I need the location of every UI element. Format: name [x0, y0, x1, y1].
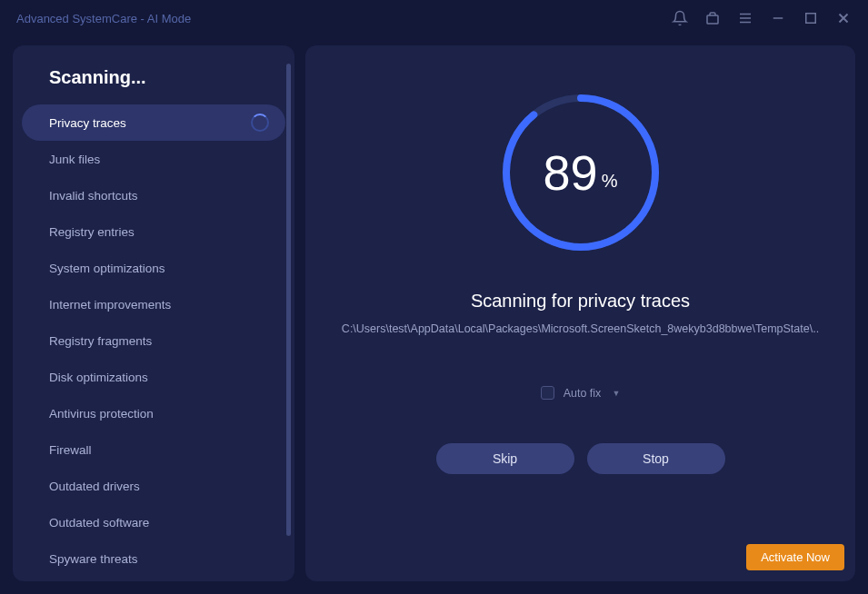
progress-number: 89: [544, 144, 598, 201]
scan-item-label: System optimizations: [49, 262, 165, 275]
menu-icon[interactable]: [737, 10, 753, 26]
scan-item[interactable]: Outdated drivers: [22, 468, 285, 504]
skip-button[interactable]: Skip: [436, 443, 574, 474]
content-area: Scanning... Privacy tracesJunk filesInva…: [0, 36, 868, 594]
autofix-label: Auto fix: [564, 387, 602, 400]
scan-item-label: Registry fragments: [49, 334, 152, 348]
scan-list: Privacy tracesJunk filesInvalid shortcut…: [13, 104, 294, 577]
scan-item[interactable]: System optimizations: [22, 250, 285, 286]
chevron-down-icon[interactable]: ▼: [612, 389, 620, 398]
scan-item[interactable]: Registry entries: [22, 213, 285, 250]
scan-item[interactable]: Invalid shortcuts: [22, 177, 285, 213]
scan-item-label: Disk optimizations: [49, 371, 148, 384]
scan-item[interactable]: Internet improvements: [22, 286, 285, 322]
box-icon[interactable]: [704, 10, 721, 26]
scan-item-label: Firewall: [49, 443, 92, 457]
stop-button[interactable]: Stop: [587, 443, 725, 474]
svg-rect-5: [806, 14, 816, 24]
scan-item-label: Privacy traces: [49, 116, 126, 130]
scan-item-label: Registry entries: [49, 225, 135, 239]
sidebar: Scanning... Privacy tracesJunk filesInva…: [13, 45, 294, 581]
scan-item[interactable]: Registry fragments: [22, 322, 285, 359]
scan-item-label: Junk files: [49, 153, 100, 166]
scan-item[interactable]: Antivirus protection: [22, 395, 285, 431]
scan-item-label: Internet improvements: [49, 298, 171, 312]
svg-rect-0: [707, 15, 718, 24]
scan-item[interactable]: Junk files: [22, 141, 285, 177]
progress-text: 89 %: [499, 91, 663, 254]
scan-status: Scanning for privacy traces: [471, 291, 690, 312]
scan-item[interactable]: Disk optimizations: [22, 359, 285, 395]
autofix-row[interactable]: Auto fix ▼: [541, 386, 621, 400]
minimize-icon[interactable]: [770, 10, 786, 26]
scan-path: C:\Users\test\AppData\Local\Packages\Mic…: [342, 322, 819, 335]
activate-button[interactable]: Activate Now: [746, 544, 844, 570]
main-panel: 89 % Scanning for privacy traces C:\User…: [305, 45, 855, 581]
autofix-checkbox[interactable]: [541, 386, 554, 400]
scan-item[interactable]: Outdated software: [22, 504, 285, 540]
scan-item-label: Spyware threats: [49, 552, 138, 566]
progress-circle: 89 %: [499, 91, 663, 254]
sidebar-heading: Scanning...: [13, 64, 294, 104]
scan-item-label: Outdated software: [49, 516, 149, 530]
titlebar: Advanced SystemCare - AI Mode: [0, 0, 868, 36]
scan-item-label: Outdated drivers: [49, 480, 140, 493]
sidebar-scrollbar[interactable]: [286, 64, 291, 536]
maximize-icon[interactable]: [803, 10, 819, 26]
titlebar-controls: [672, 10, 852, 26]
scan-item[interactable]: Privacy traces: [22, 104, 285, 141]
scan-item-label: Antivirus protection: [49, 407, 154, 421]
scan-item-label: Invalid shortcuts: [49, 189, 138, 203]
progress-percent-symbol: %: [602, 171, 618, 192]
window-title: Advanced SystemCare - AI Mode: [16, 12, 191, 25]
scan-item[interactable]: Spyware threats: [22, 540, 285, 577]
button-row: Skip Stop: [436, 443, 725, 474]
spinner-icon: [251, 114, 269, 132]
scan-item[interactable]: Firewall: [22, 431, 285, 468]
close-icon[interactable]: [835, 10, 852, 26]
bell-icon[interactable]: [672, 10, 688, 26]
